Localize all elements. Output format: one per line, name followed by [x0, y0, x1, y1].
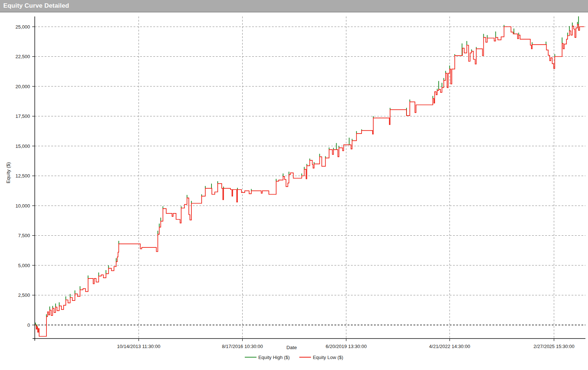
legend: Equity High ($) Equity Low ($)	[0, 354, 588, 361]
axes	[33, 16, 585, 341]
y-gridlines	[35, 27, 585, 325]
tick-labels: 02,5005,0007,50010,00012,50015,00017,500…	[15, 24, 574, 350]
y-tick-label: 22,500	[15, 54, 30, 59]
x-axis-title: Date	[281, 345, 303, 350]
x-tick-label: 6/20/2019 13:30:00	[326, 344, 367, 349]
y-tick-label: 7,500	[18, 233, 30, 238]
y-tick-label: 0	[27, 322, 30, 328]
legend-label-equity-high: Equity High ($)	[258, 355, 290, 360]
y-tick-label: 17,500	[15, 113, 30, 119]
y-tick-label: 10,000	[15, 203, 30, 209]
y-tick-label: 2,500	[18, 292, 30, 298]
equity-chart-canvas: 02,5005,0007,50010,00012,50015,00017,500…	[0, 0, 588, 370]
x-tick-label: 8/17/2016 10:30:00	[222, 344, 263, 349]
equity-low-series	[35, 25, 584, 337]
legend-item-equity-high: Equity High ($)	[245, 355, 290, 360]
y-axis-title: Equity ($)	[5, 162, 11, 183]
x-tick-label: 2/27/2025 15:30:00	[533, 344, 574, 349]
y-tick-label: 12,500	[15, 173, 30, 179]
equity-low-swatch	[299, 357, 311, 358]
equity-high-swatch	[245, 357, 256, 358]
x-tick-label: 4/21/2022 14:30:00	[429, 344, 470, 349]
y-tick-label: 5,000	[18, 263, 30, 268]
equity-curve-window: Equity Curve Detailed 02,5005,0007,50010…	[0, 0, 588, 370]
legend-item-equity-low: Equity Low ($)	[299, 355, 343, 360]
y-tick-label: 25,000	[15, 24, 30, 30]
y-tick-label: 15,000	[15, 143, 30, 149]
legend-label-equity-low: Equity Low ($)	[313, 355, 343, 360]
x-gridlines	[139, 16, 554, 339]
x-tick-label: 10/14/2013 11:30:00	[117, 344, 160, 349]
y-tick-label: 20,000	[15, 84, 30, 89]
